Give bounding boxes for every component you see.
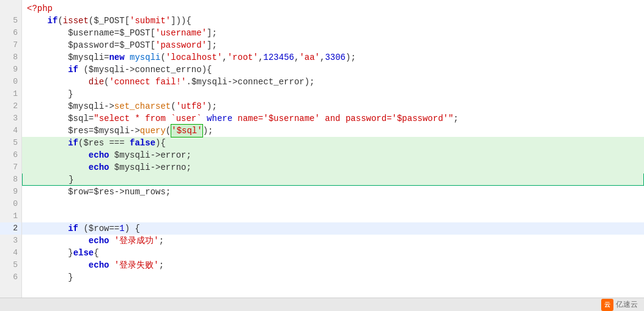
line-num-12: 2 <box>0 100 21 112</box>
php-open-tag: <?php <box>27 2 53 15</box>
line-num-18: 8 <box>0 174 21 186</box>
line-num-8: 8 <box>0 51 21 64</box>
code-line-23: echo '登录成功'; <box>22 235 644 247</box>
line-num-6: 6 <box>0 27 21 39</box>
line-num-5: 5 <box>0 15 21 27</box>
code-line-7: $password=$_POST['password']; <box>22 39 644 51</box>
logo: 云 亿速云 <box>601 299 638 311</box>
line-num-15: 5 <box>0 137 21 149</box>
line-num-22: 2 <box>0 222 21 235</box>
line-num-7: 7 <box>0 39 21 51</box>
code-line-5: if(isset($_POST['submit'])){ <box>22 15 644 27</box>
line-num-9: 9 <box>0 64 21 76</box>
line-num-20: 0 <box>0 198 21 210</box>
line-num-14: 4 <box>0 125 21 137</box>
code-line-22: if ($row==1) { <box>22 222 644 235</box>
code-line-16: echo $mysqli->error; <box>22 149 644 161</box>
code-line-8: $mysqli=new mysqli('localhost','root',12… <box>22 51 644 64</box>
code-line-open: <?php <box>22 2 644 15</box>
code-content[interactable]: <?php if(isset($_POST['submit'])){ $user… <box>22 0 644 298</box>
code-line-17: echo $mysqli->errno; <box>22 161 644 174</box>
statusbar: 云 亿速云 <box>0 298 644 311</box>
code-line-15: if($res === false){ <box>22 137 644 149</box>
line-num-10: 0 <box>0 76 21 88</box>
line-num-16: 6 <box>0 149 21 161</box>
line-num-21: 1 <box>0 210 21 222</box>
code-line-14: $res=$mysqli->query('$sql'); <box>22 125 644 137</box>
code-line-10: die('connect fail!'.$mysqli->connect_err… <box>22 76 644 88</box>
line-num-17: 7 <box>0 161 21 174</box>
logo-icon: 云 <box>601 299 613 311</box>
code-line-26: } <box>22 271 644 284</box>
line-num-23: 3 <box>0 235 21 247</box>
code-line-9: if ($mysqli->connect_errno){ <box>22 64 644 76</box>
line-num-11: 1 <box>0 88 21 100</box>
code-line-25: echo '登录失败'; <box>22 259 644 271</box>
code-line-19: $row=$res->num_rows; <box>22 186 644 198</box>
code-line-24: }else{ <box>22 247 644 259</box>
code-line-13: $sql="select * from `user` where name='$… <box>22 112 644 125</box>
editor-container: 5 6 7 8 9 0 1 2 3 4 5 6 7 8 9 0 1 2 3 4 … <box>0 0 644 311</box>
line-num-19: 9 <box>0 186 21 198</box>
highlighted-string: '$sql' <box>171 124 202 137</box>
line-num-13: 3 <box>0 112 21 125</box>
code-line-18: } <box>22 174 644 186</box>
code-line-11: } <box>22 88 644 100</box>
line-numbers: 5 6 7 8 9 0 1 2 3 4 5 6 7 8 9 0 1 2 3 4 … <box>0 0 22 298</box>
line-num-open <box>0 2 21 15</box>
code-line-21 <box>22 210 644 222</box>
code-line-6: $username=$_POST['username']; <box>22 27 644 39</box>
line-num-26: 6 <box>0 271 21 284</box>
line-num-25: 5 <box>0 259 21 271</box>
code-line-20 <box>22 198 644 210</box>
line-num-24: 4 <box>0 247 21 259</box>
code-line-12: $mysqli->set_charset('utf8'); <box>22 100 644 112</box>
logo-text: 亿速云 <box>616 299 638 310</box>
code-area: 5 6 7 8 9 0 1 2 3 4 5 6 7 8 9 0 1 2 3 4 … <box>0 0 644 298</box>
